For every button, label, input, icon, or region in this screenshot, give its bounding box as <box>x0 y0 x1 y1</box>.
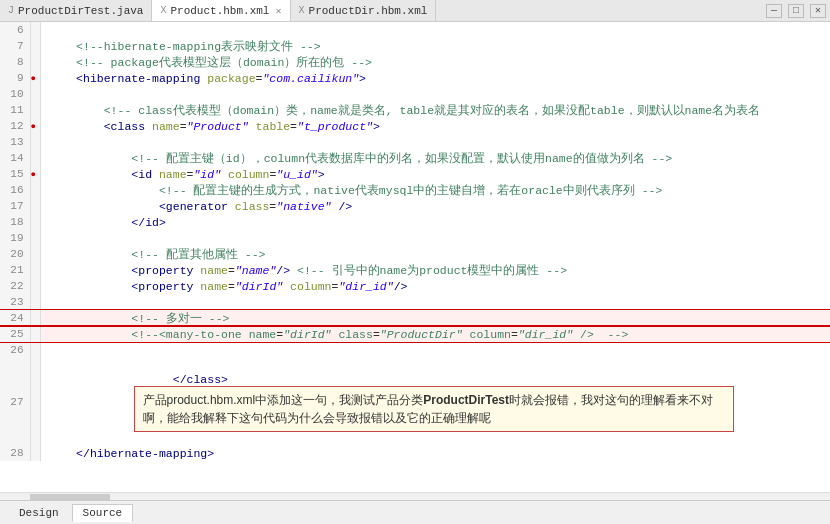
table-row-highlighted: 24 <!-- 多对一 --> <box>0 310 830 326</box>
breakpoint <box>30 198 40 214</box>
title-bar: J ProductDirTest.java X Product.hbm.xml … <box>0 0 830 22</box>
java-icon: J <box>8 5 14 16</box>
code-line <box>40 230 830 246</box>
table-row: 13 <box>0 134 830 150</box>
breakpoint: ● <box>30 118 40 134</box>
table-row: 10 <box>0 86 830 102</box>
code-line: <class name="Product" table="t_product"> <box>40 118 830 134</box>
table-row: 21 <property name="name"/> <!-- 引号中的name… <box>0 262 830 278</box>
code-line: <property name="dirId" column="dir_id"/> <box>40 278 830 294</box>
table-row: 15 ● <id name="id" column="u_id"> <box>0 166 830 182</box>
design-tab[interactable]: Design <box>8 504 70 522</box>
maximize-button[interactable]: □ <box>788 4 804 18</box>
breakpoint <box>30 278 40 294</box>
breakpoint <box>30 342 40 358</box>
breakpoint: ● <box>30 70 40 86</box>
code-line <box>40 342 830 358</box>
line-number: 26 <box>0 342 30 358</box>
code-line: <!-- 配置主键的生成方式，native代表mysql中的主键自增，若在ora… <box>40 182 830 198</box>
table-row: 23 <box>0 294 830 310</box>
table-row: 22 <property name="dirId" column="dir_id… <box>0 278 830 294</box>
editor-container: 6 7 <!--hibernate-mapping表示映射文件 --> 8 <!… <box>0 22 830 500</box>
table-row: 19 <box>0 230 830 246</box>
horizontal-scrollbar[interactable] <box>0 492 830 500</box>
status-bar: Design Source <box>0 500 830 524</box>
breakpoint <box>30 102 40 118</box>
table-row: 14 <!-- 配置主键（id），column代表数据库中的列名，如果没配置，默… <box>0 150 830 166</box>
breakpoint <box>30 38 40 54</box>
xml-icon: X <box>160 5 166 16</box>
tab-label: ProductDir.hbm.xml <box>309 5 428 17</box>
code-line: </id> <box>40 214 830 230</box>
line-number: 23 <box>0 294 30 310</box>
breakpoint <box>30 86 40 102</box>
code-line: <id name="id" column="u_id"> <box>40 166 830 182</box>
code-line: <!-- 配置主键（id），column代表数据库中的列名，如果没配置，默认使用… <box>40 150 830 166</box>
breakpoint <box>30 22 40 38</box>
breakpoint <box>30 262 40 278</box>
breakpoint <box>30 445 40 461</box>
code-line: </hibernate-mapping> <box>40 445 830 461</box>
code-line <box>40 294 830 310</box>
line-number: 9 <box>0 70 30 86</box>
line-number: 24 <box>0 310 30 326</box>
balloon-text: 产品product.hbm.xml中添加这一句，我测试产品分类ProductDi… <box>143 393 714 425</box>
table-row: 9 ● <hibernate-mapping package="com.cail… <box>0 70 830 86</box>
tab-label: Product.hbm.xml <box>170 5 269 17</box>
source-tab[interactable]: Source <box>72 504 134 522</box>
breakpoint <box>30 134 40 150</box>
table-row: 17 <generator class="native" /> <box>0 198 830 214</box>
breakpoint <box>30 294 40 310</box>
table-row: 16 <!-- 配置主键的生成方式，native代表mysql中的主键自增，若在… <box>0 182 830 198</box>
line-number: 12 <box>0 118 30 134</box>
table-row: 28 </hibernate-mapping> <box>0 445 830 461</box>
code-line: <property name="name"/> <!-- 引号中的name为pr… <box>40 262 830 278</box>
line-number: 15 <box>0 166 30 182</box>
xml-icon-2: X <box>299 5 305 16</box>
code-line: <!-- package代表模型这层（domain）所在的包 --> <box>40 54 830 70</box>
code-line: <!-- 配置其他属性 --> <box>40 246 830 262</box>
tab-productdir-hbm[interactable]: X ProductDir.hbm.xml <box>291 0 437 21</box>
line-number: 22 <box>0 278 30 294</box>
tab-product-hbm[interactable]: X Product.hbm.xml ✕ <box>152 0 290 21</box>
table-row: 6 <box>0 22 830 38</box>
tab-label: ProductDirTest.java <box>18 5 143 17</box>
line-number: 17 <box>0 198 30 214</box>
comment-balloon: 产品product.hbm.xml中添加这一句，我测试产品分类ProductDi… <box>134 386 734 432</box>
code-line: <hibernate-mapping package="com.cailikun… <box>40 70 830 86</box>
tab-productdirtest[interactable]: J ProductDirTest.java <box>0 0 152 21</box>
line-number: 8 <box>0 54 30 70</box>
close-tab-button[interactable]: ✕ <box>275 5 281 17</box>
code-line: </class> 产品product.hbm.xml中添加这一句，我测试产品分类… <box>40 358 830 445</box>
hscroll-thumb[interactable] <box>30 494 110 500</box>
editor-content[interactable]: 6 7 <!--hibernate-mapping表示映射文件 --> 8 <!… <box>0 22 830 492</box>
code-line: <!-- 多对一 --> <box>40 310 830 326</box>
line-number: 21 <box>0 262 30 278</box>
line-number: 10 <box>0 86 30 102</box>
table-row: 8 <!-- package代表模型这层（domain）所在的包 --> <box>0 54 830 70</box>
table-row: 11 <!-- class代表模型（domain）类，name就是类名, tab… <box>0 102 830 118</box>
line-number: 28 <box>0 445 30 461</box>
line-number: 19 <box>0 230 30 246</box>
table-row: 26 <box>0 342 830 358</box>
breakpoint <box>30 54 40 70</box>
code-line: <!--<many-to-one name="dirId" class="Pro… <box>40 326 830 342</box>
breakpoint <box>30 246 40 262</box>
breakpoint <box>30 230 40 246</box>
breakpoint <box>30 214 40 230</box>
breakpoint <box>30 358 40 445</box>
line-number: 11 <box>0 102 30 118</box>
table-row: 20 <!-- 配置其他属性 --> <box>0 246 830 262</box>
breakpoint <box>30 310 40 326</box>
line-number: 20 <box>0 246 30 262</box>
code-line <box>40 22 830 38</box>
table-row-balloon: 27 </class> 产品product.hbm.xml中添加这一句，我测试产… <box>0 358 830 445</box>
close-button[interactable]: ✕ <box>810 4 826 18</box>
line-number: 16 <box>0 182 30 198</box>
line-number: 25 <box>0 326 30 342</box>
breakpoint <box>30 326 40 342</box>
breakpoint <box>30 150 40 166</box>
minimize-button[interactable]: — <box>766 4 782 18</box>
code-line: <!-- class代表模型（domain）类，name就是类名, table就… <box>40 102 830 118</box>
window-controls: — □ ✕ <box>762 0 830 21</box>
